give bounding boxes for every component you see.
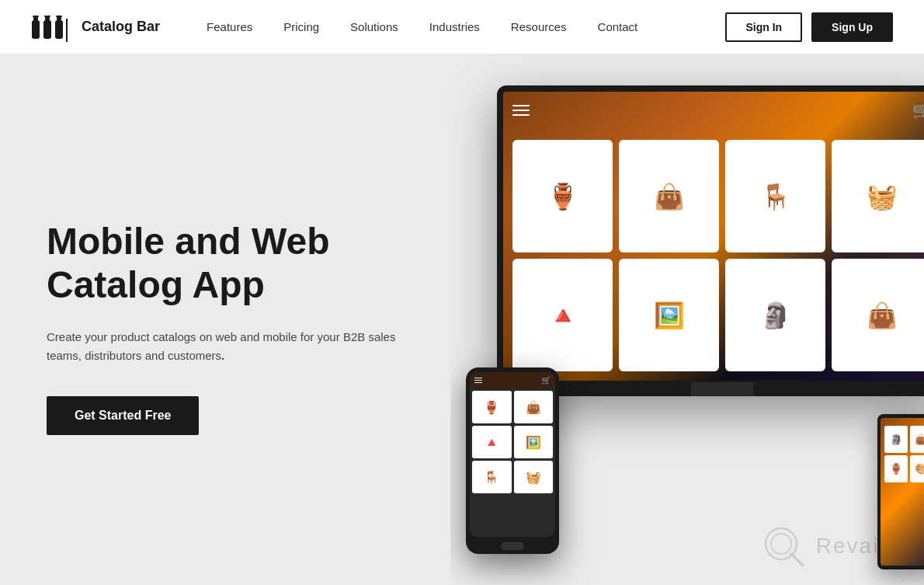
product-card: 👜 <box>619 140 719 252</box>
nav-links: Features Pricing Solutions Industries Re… <box>207 20 725 33</box>
signup-button[interactable]: Sign Up <box>811 12 893 42</box>
tablet-screen: 🗿 👜 🏺 🎨 <box>881 418 924 566</box>
logo-divider <box>66 19 68 42</box>
product-card: 🧺 <box>514 461 554 493</box>
product-card: 👜 <box>832 259 924 371</box>
desktop-screen-nav: 🛒 <box>512 101 924 120</box>
logo-bottles-icon <box>31 12 64 42</box>
nav-features[interactable]: Features <box>207 20 252 33</box>
product-card: 🪑 <box>725 140 825 252</box>
navbar: Catalog Bar Features Pricing Solutions I… <box>0 0 924 54</box>
cart-icon: 🛒 <box>912 101 924 120</box>
hamburger-icon <box>512 105 530 116</box>
svg-rect-2 <box>32 20 40 39</box>
svg-line-11 <box>791 554 803 566</box>
product-card: 🏺 <box>512 140 613 252</box>
desktop-stand <box>691 382 753 396</box>
product-card: 🖼️ <box>619 259 719 371</box>
product-card: 🏺 <box>472 391 512 423</box>
phone-mockup: 🛒 🏺 👜 🔺 🖼️ 🪑 🧺 <box>466 367 559 554</box>
logo-icon <box>31 12 74 42</box>
phone-screen: 🛒 🏺 👜 🔺 🖼️ 🪑 🧺 <box>470 372 555 537</box>
product-card: 🗿 <box>725 259 825 371</box>
revain-watermark: Revain <box>760 523 893 569</box>
phone-hamburger-icon <box>474 378 482 383</box>
svg-point-10 <box>771 534 791 554</box>
nav-pricing[interactable]: Pricing <box>283 20 319 33</box>
product-card: 👜 <box>514 391 554 423</box>
product-card: 🧺 <box>832 140 924 252</box>
phone-home-button <box>501 542 524 550</box>
hero-section: Mobile and Web Catalog App Create your p… <box>0 54 924 585</box>
nav-resources[interactable]: Resources <box>511 20 567 33</box>
product-card: 🖼️ <box>514 426 554 458</box>
hero-title: Mobile and Web Catalog App <box>47 220 404 305</box>
product-card: 🏺 <box>884 455 908 482</box>
nav-contact[interactable]: Contact <box>598 20 638 33</box>
product-card: 🔺 <box>472 426 512 458</box>
desktop-screen: 🛒 🏺 👜 🪑 🧺 🔺 🖼️ 🗿 👜 <box>503 92 924 381</box>
product-card: 🪑 <box>472 461 512 493</box>
product-card: 🗿 <box>884 426 908 453</box>
logo[interactable]: Catalog Bar <box>31 12 160 42</box>
phone-cart-icon: 🛒 <box>541 376 551 385</box>
nav-actions: Sign In Sign Up <box>725 12 893 42</box>
nav-industries[interactable]: Industries <box>429 20 480 33</box>
svg-rect-1 <box>33 17 38 20</box>
svg-rect-4 <box>45 17 50 20</box>
svg-rect-5 <box>43 20 51 39</box>
tablet-product-grid: 🗿 👜 🏺 🎨 <box>881 422 924 486</box>
svg-rect-7 <box>57 17 61 20</box>
hero-devices: 🛒 🏺 👜 🪑 🧺 🔺 🖼️ 🗿 👜 <box>450 54 924 585</box>
svg-rect-6 <box>56 16 62 17</box>
svg-rect-3 <box>44 16 50 17</box>
revain-icon <box>760 523 807 569</box>
nav-solutions[interactable]: Solutions <box>350 20 398 33</box>
product-card: 👜 <box>910 426 925 453</box>
brand-name: Catalog Bar <box>82 19 160 35</box>
phone-screen-nav: 🛒 <box>470 372 555 388</box>
hero-subtitle: Create your product catalogs on web and … <box>47 328 404 365</box>
cta-button[interactable]: Get Started Free <box>47 396 199 435</box>
svg-rect-8 <box>55 20 63 39</box>
hero-content: Mobile and Web Catalog App Create your p… <box>0 54 450 585</box>
svg-rect-0 <box>33 16 39 17</box>
signin-button[interactable]: Sign In <box>725 12 802 42</box>
product-card: 🔺 <box>512 259 613 371</box>
product-card: 🎨 <box>910 455 925 482</box>
tablet-mockup: 🗿 👜 🏺 🎨 <box>877 414 924 569</box>
phone-product-grid: 🏺 👜 🔺 🖼️ 🪑 🧺 <box>470 388 555 496</box>
desktop-product-grid: 🏺 👜 🪑 🧺 🔺 🖼️ 🗿 👜 <box>503 131 924 381</box>
desktop-mockup: 🛒 🏺 👜 🪑 🧺 🔺 🖼️ 🗿 👜 <box>497 85 924 396</box>
